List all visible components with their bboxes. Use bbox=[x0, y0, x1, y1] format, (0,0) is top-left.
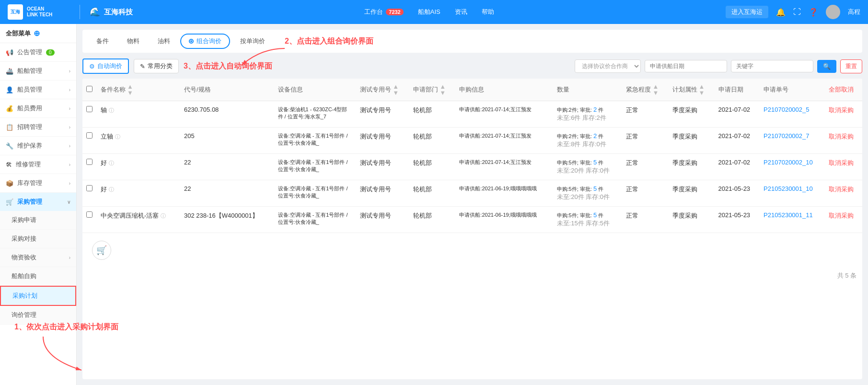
row-cancel[interactable]: 取消采购 bbox=[825, 180, 862, 207]
brand-name: 互海科技 bbox=[104, 8, 133, 17]
row-orderno[interactable]: P2105230001_11 bbox=[760, 207, 825, 233]
row-date: 2021-07-02 bbox=[715, 128, 760, 154]
row-code: 205 bbox=[180, 128, 274, 154]
row-checkbox[interactable] bbox=[86, 132, 93, 139]
sidebar-label-inquiry: 询价管理 bbox=[12, 311, 36, 319]
date-filter[interactable] bbox=[645, 60, 727, 72]
info-icon[interactable]: ⓘ bbox=[115, 134, 120, 140]
sidebar-item-connect[interactable]: 采购对接 bbox=[0, 230, 76, 248]
toolbar-right: 选择协议价合作商 🔍 重置 bbox=[575, 59, 862, 73]
table-row: 轴 ⓘ 6230.705.08 设备:柴油机1 - 6230ZC-4型部件 / … bbox=[82, 101, 862, 128]
sidebar: 全部菜单 ⊕ 📢 公告管理 0 🚢 船舶管理 › 👤 船员管理 › 💰 船员费用 bbox=[0, 24, 77, 385]
keyword-filter[interactable] bbox=[731, 60, 813, 72]
col-date: 申请日期 bbox=[715, 79, 760, 101]
sidebar-item-plan[interactable]: 采购计划 bbox=[0, 286, 76, 306]
content-area: 备件 物料 油料 组合询价 按单询价 2、点击进入组合询价界面 bbox=[77, 24, 868, 385]
cart-button[interactable]: 🛒 bbox=[92, 241, 111, 260]
procurement-arrow: ∨ bbox=[67, 199, 70, 205]
row-orderno[interactable]: P2107020002_10 bbox=[760, 154, 825, 180]
row-date: 2021-05-23 bbox=[715, 180, 760, 207]
row-applyinfo: 申请供船:2021-07-14;互江预发 bbox=[455, 128, 553, 154]
row-orderno[interactable]: P2107020002_7 bbox=[760, 128, 825, 154]
info-icon[interactable]: ⓘ bbox=[109, 187, 114, 192]
logo-area: 互海 OCEANLINK TECH bbox=[8, 4, 70, 20]
row-checkbox[interactable] bbox=[86, 211, 93, 218]
annotation-2-text: 2、点击进入组合询价界面 bbox=[285, 37, 373, 45]
annotation-2-area: 2、点击进入组合询价界面 bbox=[285, 36, 373, 47]
sidebar-item-crew-fee[interactable]: 💰 船员费用 › bbox=[0, 99, 76, 118]
approve-count[interactable]: 5 bbox=[593, 211, 597, 219]
avatar[interactable] bbox=[826, 5, 840, 19]
sidebar-item-ship[interactable]: 🚢 船舶管理 › bbox=[0, 62, 76, 81]
sidebar-item-receive[interactable]: 物资验收 › bbox=[0, 248, 76, 267]
row-cancel[interactable]: 取消采购 bbox=[825, 101, 862, 128]
announcement-icon: 📢 bbox=[6, 49, 13, 56]
nav-item-workbench[interactable]: 工作台 7232 bbox=[364, 8, 403, 16]
row-checkbox[interactable] bbox=[86, 185, 93, 191]
sidebar-item-inventory[interactable]: 📦 库存管理 › bbox=[0, 174, 76, 193]
row-cancel[interactable]: 取消采购 bbox=[825, 128, 862, 154]
crew-arrow: › bbox=[69, 87, 70, 93]
nav-item-news[interactable]: 资讯 bbox=[455, 8, 467, 16]
approve-count[interactable]: 2 bbox=[593, 132, 597, 140]
col-orderno: 申请单号 bbox=[760, 79, 825, 101]
auto-price-btn[interactable]: ⚙ 自动询价 bbox=[82, 58, 129, 74]
approve-count[interactable]: 5 bbox=[593, 185, 597, 192]
sidebar-item-procurement[interactable]: 🛒 采购管理 ∨ bbox=[0, 193, 76, 211]
nav-item-ais[interactable]: 船舶AIS bbox=[418, 8, 440, 16]
sidebar-item-inquiry[interactable]: 询价管理 bbox=[0, 306, 76, 325]
info-icon[interactable]: ⓘ bbox=[109, 107, 114, 113]
row-dept: 轮机部 bbox=[409, 101, 455, 128]
gear-icon: ⚙ bbox=[89, 63, 95, 70]
row-code: 302 238-16【W4000001】 bbox=[180, 207, 274, 233]
table-row: 好 ⓘ 22 设备:空调冷藏 - 互有1号部件 / 位置号:伙食冷藏_ 测试专用… bbox=[82, 180, 862, 207]
col-cancel-all[interactable]: 全部取消 bbox=[825, 79, 862, 101]
row-urgency: 正常 bbox=[622, 180, 668, 207]
sidebar-item-repair[interactable]: 🛠 维修管理 › bbox=[0, 155, 76, 174]
row-checkbox[interactable] bbox=[86, 106, 93, 112]
reset-button[interactable]: 重置 bbox=[840, 59, 862, 73]
nav-item-help[interactable]: 帮助 bbox=[482, 8, 494, 16]
col-planattr: 计划属性▲▼ bbox=[669, 79, 715, 101]
approve-count[interactable]: 5 bbox=[593, 159, 597, 166]
info-icon[interactable]: ⓘ bbox=[109, 160, 114, 166]
row-cancel[interactable]: 取消采购 bbox=[825, 207, 862, 233]
fullscreen-icon[interactable]: ⛶ bbox=[793, 8, 801, 16]
row-checkbox-cell bbox=[82, 154, 97, 180]
partner-select[interactable]: 选择协议价合作商 bbox=[575, 59, 641, 73]
repair-arrow: › bbox=[69, 162, 70, 167]
row-checkbox-cell bbox=[82, 128, 97, 154]
sidebar-item-announcement[interactable]: 📢 公告管理 0 bbox=[0, 43, 76, 62]
nav-right: 进入互海运 🔔 ⛶ ❓ 高程 bbox=[726, 5, 860, 19]
info-icon[interactable]: ⓘ bbox=[161, 213, 166, 219]
sidebar-item-selfpurchase[interactable]: 船舶自购 bbox=[0, 267, 76, 286]
row-dept: 轮机部 bbox=[409, 128, 455, 154]
tab-oil[interactable]: 油料 bbox=[150, 34, 178, 48]
sidebar-item-apply[interactable]: 采购申请 bbox=[0, 211, 76, 230]
row-cancel[interactable]: 取消采购 bbox=[825, 154, 862, 180]
row-orderno[interactable]: P2105230001_10 bbox=[760, 180, 825, 207]
tab-combined-inquiry[interactable]: 组合询价 bbox=[180, 34, 230, 49]
annotation-3-area: 3、点击进入自动询价界面 bbox=[184, 61, 272, 71]
approve-count[interactable]: 2 bbox=[593, 106, 597, 113]
row-checkbox[interactable] bbox=[86, 159, 93, 165]
ship-arrow: › bbox=[69, 69, 70, 74]
sidebar-item-crew[interactable]: 👤 船员管理 › bbox=[0, 81, 76, 99]
tab-material[interactable]: 物料 bbox=[119, 34, 148, 48]
col-applyinfo: 申购信息 bbox=[455, 79, 553, 101]
row-device: 设备:空调冷藏 - 互有1号部件 / 位置号:伙食冷藏_ bbox=[274, 180, 357, 207]
common-category-btn[interactable]: ✎ 常用分类 bbox=[134, 59, 179, 73]
tab-spare[interactable]: 备件 bbox=[88, 34, 117, 48]
question-icon[interactable]: ❓ bbox=[809, 8, 818, 17]
search-button[interactable]: 🔍 bbox=[817, 60, 836, 73]
enter-haiyu-btn[interactable]: 进入互海运 bbox=[726, 6, 768, 18]
row-orderno[interactable]: P2107020002_5 bbox=[760, 101, 825, 128]
announcement-badge: 0 bbox=[46, 49, 55, 56]
sidebar-item-maintenance[interactable]: 🔧 维护保养 › bbox=[0, 137, 76, 155]
row-device: 设备:空调冷藏 - 互有1号部件 / 位置号:伙食冷藏_ bbox=[274, 128, 357, 154]
bell-icon[interactable]: 🔔 bbox=[776, 8, 786, 17]
add-menu-icon[interactable]: ⊕ bbox=[34, 29, 40, 38]
sidebar-item-recruit[interactable]: 📋 招聘管理 › bbox=[0, 118, 76, 137]
select-all-checkbox[interactable] bbox=[86, 86, 93, 92]
table-row: 好 ⓘ 22 设备:空调冷藏 - 互有1号部件 / 位置号:伙食冷藏_ 测试专用… bbox=[82, 154, 862, 180]
